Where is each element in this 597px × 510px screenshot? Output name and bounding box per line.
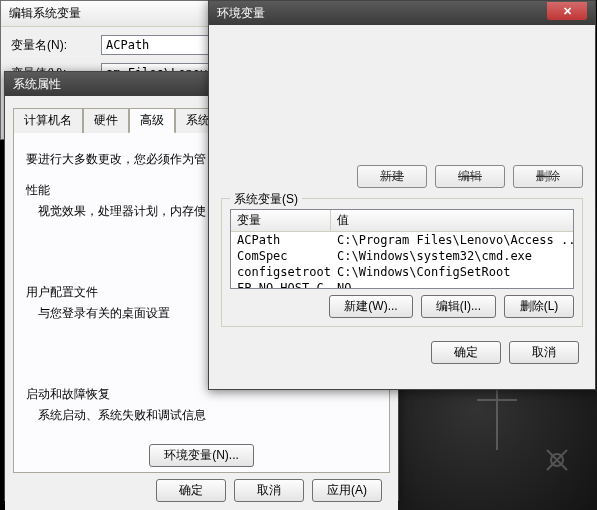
table-row[interactable]: ACPath C:\Program Files\Lenovo\Access ..… xyxy=(231,232,573,248)
cell-name: configsetroot xyxy=(231,265,331,279)
cell-name: ACPath xyxy=(231,233,331,247)
cell-value: C:\Windows\system32\cmd.exe xyxy=(331,249,573,263)
user-new-button[interactable]: 新建 xyxy=(357,165,427,188)
envvars-titlebar: 环境变量 ✕ xyxy=(209,1,595,25)
table-row[interactable]: FP_NO_HOST_C NO xyxy=(231,280,573,289)
sysvar-delete-button[interactable]: 删除(L) xyxy=(504,295,574,318)
env-vars-button[interactable]: 环境变量(N)... xyxy=(149,444,254,467)
svg-point-0 xyxy=(551,454,563,466)
tab-hardware[interactable]: 硬件 xyxy=(83,108,129,133)
system-vars-list[interactable]: 变量 值 ACPath C:\Program Files\Lenovo\Acce… xyxy=(230,209,574,289)
cell-value: NO xyxy=(331,281,573,289)
envvars-button-row: 确定 取消 xyxy=(217,335,587,370)
sysvar-edit-button[interactable]: 编辑(I)... xyxy=(421,295,496,318)
tab-computer-name[interactable]: 计算机名 xyxy=(13,108,83,133)
cell-name: ComSpec xyxy=(231,249,331,263)
envvars-ok-button[interactable]: 确定 xyxy=(431,341,501,364)
sysprops-apply-button[interactable]: 应用(A) xyxy=(312,479,382,502)
system-vars-title: 系统变量(S) xyxy=(230,191,302,208)
table-row[interactable]: ComSpec C:\Windows\system32\cmd.exe xyxy=(231,248,573,264)
listview-header: 变量 值 xyxy=(231,210,573,232)
sysvar-button-row: 新建(W)... 编辑(I)... 删除(L) xyxy=(230,295,574,318)
system-vars-group: 系统变量(S) 变量 值 ACPath C:\Program Files\Len… xyxy=(221,198,583,327)
col-header-variable[interactable]: 变量 xyxy=(231,210,331,231)
envvars-title: 环境变量 xyxy=(217,5,265,22)
sysprops-title: 系统属性 xyxy=(13,76,61,93)
envvars-body: 新建 编辑 删除 系统变量(S) 变量 值 ACPath C:\Program … xyxy=(209,25,595,378)
env-vars-window: 环境变量 ✕ 新建 编辑 删除 系统变量(S) 变量 值 ACPath C:\P… xyxy=(208,0,596,390)
cell-value: C:\Windows\ConfigSetRoot xyxy=(331,265,573,279)
user-var-button-row: 新建 编辑 删除 xyxy=(221,165,583,188)
tab-advanced[interactable]: 高级 xyxy=(129,108,175,133)
cell-value: C:\Program Files\Lenovo\Access ... xyxy=(331,233,573,247)
user-edit-button[interactable]: 编辑 xyxy=(435,165,505,188)
sysprops-cancel-button[interactable]: 取消 xyxy=(234,479,304,502)
user-delete-button[interactable]: 删除 xyxy=(513,165,583,188)
col-header-value[interactable]: 值 xyxy=(331,210,573,231)
sysvar-new-button[interactable]: 新建(W)... xyxy=(329,295,412,318)
sysprops-button-row: 确定 取消 应用(A) xyxy=(13,473,390,508)
sysprops-ok-button[interactable]: 确定 xyxy=(156,479,226,502)
editvar-title: 编辑系统变量 xyxy=(9,5,81,22)
envvars-close-button[interactable]: ✕ xyxy=(547,2,587,20)
cell-name: FP_NO_HOST_C xyxy=(231,281,331,289)
envvars-cancel-button[interactable]: 取消 xyxy=(509,341,579,364)
name-label: 变量名(N): xyxy=(11,37,91,54)
startup-desc: 系统启动、系统失败和调试信息 xyxy=(38,407,377,424)
table-row[interactable]: configsetroot C:\Windows\ConfigSetRoot xyxy=(231,264,573,280)
